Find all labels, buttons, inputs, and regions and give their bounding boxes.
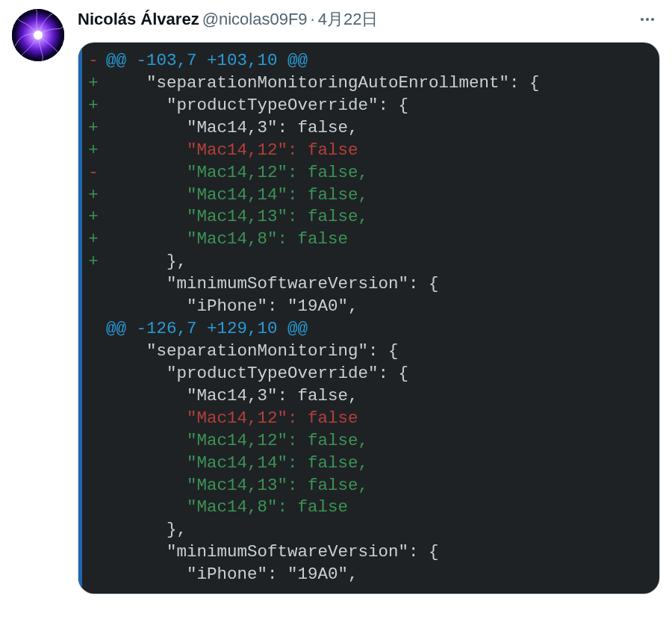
name-line: Nicolás Álvarez @nicolas09F9 · 4月22日 (78, 10, 378, 29)
user-handle[interactable]: @nicolas09F9 (202, 10, 308, 29)
svg-point-4 (646, 18, 649, 21)
avatar-column (12, 9, 64, 594)
ellipsis-icon (638, 10, 656, 28)
diff-gutter: -++++ -++++ (82, 43, 105, 594)
more-options-button[interactable] (635, 7, 660, 32)
tweet-main: Nicolás Álvarez @nicolas09F9 · 4月22日 -++… (64, 9, 660, 594)
svg-point-2 (34, 31, 43, 40)
tweet-media[interactable]: -++++ -++++ @@ -103,7 +103,10 @@ "separa… (78, 42, 660, 594)
tweet-container: Nicolás Álvarez @nicolas09F9 · 4月22日 -++… (0, 0, 672, 594)
display-name[interactable]: Nicolás Álvarez (78, 10, 199, 29)
diff-code-lines: @@ -103,7 +103,10 @@ "separationMonitori… (105, 43, 659, 594)
avatar-graphic (12, 9, 64, 61)
tweet-header: Nicolás Álvarez @nicolas09F9 · 4月22日 (78, 9, 660, 30)
separator-dot: · (311, 10, 315, 29)
svg-point-3 (641, 18, 644, 21)
svg-point-5 (651, 18, 654, 21)
avatar[interactable] (12, 9, 64, 61)
tweet-date[interactable]: 4月22日 (318, 10, 379, 29)
code-diff-image: -++++ -++++ @@ -103,7 +103,10 @@ "separa… (78, 43, 659, 594)
